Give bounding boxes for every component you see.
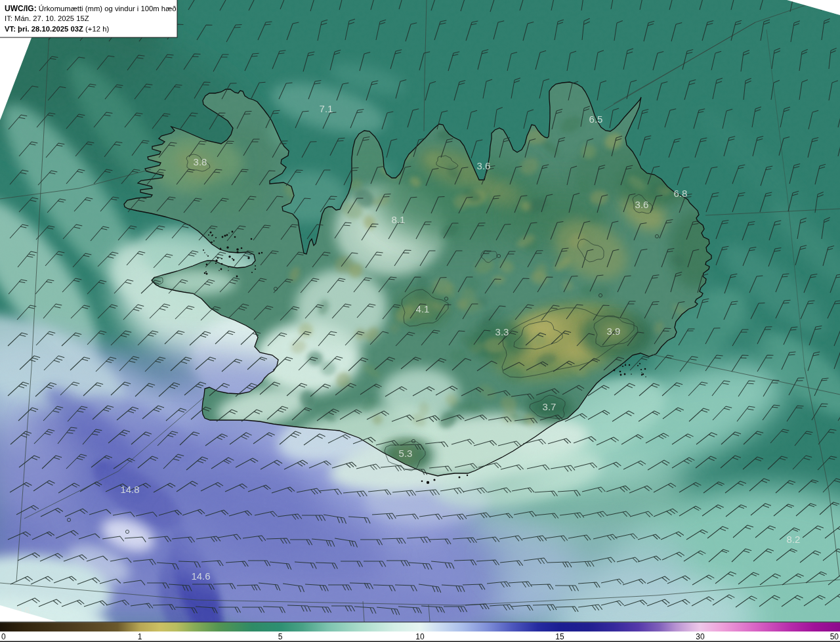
svg-text:3.8: 3.8 — [194, 156, 207, 167]
svg-text:6.5: 6.5 — [589, 114, 603, 125]
svg-text:3.3: 3.3 — [495, 326, 509, 337]
svg-text:10: 10 — [415, 632, 425, 641]
svg-text:1: 1 — [138, 632, 142, 641]
svg-text:6.8: 6.8 — [674, 188, 688, 199]
svg-text:5.3: 5.3 — [399, 448, 413, 459]
svg-text:0: 0 — [1, 632, 6, 641]
svg-text:4.1: 4.1 — [416, 303, 430, 314]
svg-text:14.6: 14.6 — [191, 570, 210, 582]
svg-text:IT: Mán. 27. 10. 2025 15Z: IT: Mán. 27. 10. 2025 15Z — [5, 14, 89, 22]
svg-text:UWC/IG: Úrkomumætti (mm) og vi: UWC/IG: Úrkomumætti (mm) og vindur i 100… — [5, 4, 176, 13]
svg-text:7.1: 7.1 — [320, 103, 333, 114]
svg-text:3.7: 3.7 — [543, 401, 556, 412]
svg-text:14.8: 14.8 — [120, 484, 139, 495]
svg-text:15: 15 — [555, 632, 564, 641]
svg-text:50: 50 — [830, 632, 839, 641]
svg-text:8.1: 8.1 — [392, 214, 406, 225]
svg-text:8.2: 8.2 — [787, 534, 801, 545]
svg-text:3.9: 3.9 — [607, 326, 621, 337]
svg-text:30: 30 — [696, 632, 705, 641]
svg-text:5: 5 — [278, 632, 283, 641]
svg-text:3.6: 3.6 — [477, 160, 491, 171]
svg-text:3.6: 3.6 — [635, 199, 649, 210]
svg-text:VT: þri. 28.10.2025 03Z (+12 h: VT: þri. 28.10.2025 03Z (+12 h) — [5, 25, 109, 33]
